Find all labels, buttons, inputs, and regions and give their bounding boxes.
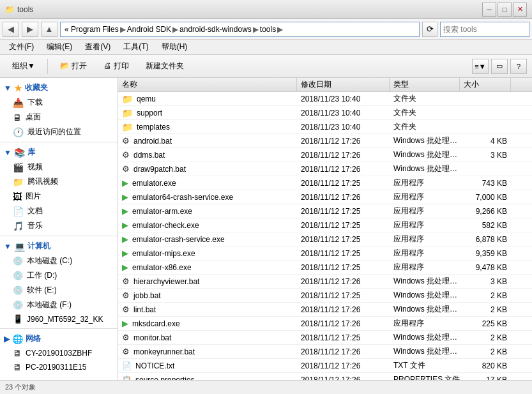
- table-row[interactable]: 📁 support 2018/11/23 10:40 文件夹: [118, 106, 532, 120]
- file-size: 9,359 KB: [460, 249, 511, 258]
- up-button[interactable]: ▲: [41, 22, 57, 37]
- menu-view[interactable]: 查看(V): [79, 40, 117, 54]
- computer-net-icon: 🖥: [13, 348, 22, 358]
- col-header-type[interactable]: 类型: [390, 78, 460, 92]
- refresh-button[interactable]: ⟳: [422, 22, 437, 37]
- sidebar-soft-e-label: 软件 (E:): [27, 285, 57, 296]
- address-path[interactable]: « Program Files ▶ Android SDK ▶ android-…: [60, 22, 420, 37]
- menu-help[interactable]: 帮助(H): [155, 40, 194, 54]
- table-row[interactable]: ⚙ jobb.bat 2018/11/12 17:25 Windows 批处理……: [118, 289, 532, 303]
- table-row[interactable]: 📄 NOTICE.txt 2018/11/12 17:26 TXT 文件 820…: [118, 359, 532, 373]
- sidebar-item-doc[interactable]: 📄 文档: [0, 204, 118, 218]
- new-folder-button[interactable]: 新建文件夹: [139, 57, 191, 75]
- view-mode-button[interactable]: ≡▼: [472, 59, 489, 74]
- table-row[interactable]: 📁 qemu 2018/11/23 10:40 文件夹: [118, 92, 532, 106]
- folder-icon: 📥: [13, 98, 24, 108]
- col-header-date[interactable]: 修改日期: [297, 78, 390, 92]
- table-row[interactable]: 📁 templates 2018/11/23 10:40 文件夹: [118, 120, 532, 134]
- sidebar-cy-label: CY-20190103ZBHF: [26, 349, 92, 358]
- col-header-name[interactable]: 名称: [118, 78, 297, 92]
- sidebar-item-download[interactable]: 📥 下载: [0, 95, 118, 110]
- table-row[interactable]: 📋 source.properties 2018/11/12 17:26 PRO…: [118, 373, 532, 380]
- file-name: emulator-crash-service.exe: [132, 235, 225, 244]
- table-row[interactable]: ▶ emulator-check.exe 2018/11/12 17:25 应用…: [118, 218, 532, 232]
- file-date: 2018/11/12 17:26: [297, 375, 390, 381]
- print-button[interactable]: 🖨 打印: [96, 57, 135, 75]
- panel-button[interactable]: ▭: [491, 59, 508, 74]
- sidebar-item-pc[interactable]: 🖥 PC-20190311E15: [0, 360, 118, 374]
- open-button[interactable]: 📂 打开: [53, 57, 94, 75]
- organize-button[interactable]: 组织▼: [5, 57, 42, 75]
- device-icon: 📱: [13, 314, 23, 324]
- sidebar-recent-label: 最近访问的位置: [27, 126, 81, 137]
- image-icon: 🖼: [13, 192, 22, 202]
- file-size: 225 KB: [460, 319, 511, 328]
- desktop-icon: 🖥: [13, 112, 22, 123]
- table-row[interactable]: ▶ mksdcard.exe 2018/11/12 17:26 应用程序 225…: [118, 317, 532, 331]
- forward-button[interactable]: ▶: [22, 22, 38, 37]
- table-row[interactable]: ⚙ lint.bat 2018/11/12 17:26 Windows 批处理……: [118, 303, 532, 317]
- search-input[interactable]: [441, 25, 532, 34]
- file-date: 2018/11/12 17:26: [297, 277, 390, 286]
- sidebar-local-f-label: 本地磁盘 (F:): [27, 299, 72, 310]
- file-type-icon: ⚙: [122, 333, 130, 342]
- sidebar-divider-2: [0, 236, 118, 236]
- file-date: 2018/11/12 17:25: [297, 263, 390, 272]
- sidebar-image-label: 图片: [26, 191, 41, 202]
- close-button[interactable]: ✕: [513, 3, 527, 17]
- file-date: 2018/11/12 17:26: [297, 347, 390, 356]
- table-row[interactable]: ▶ emulator.exe 2018/11/12 17:25 应用程序 743…: [118, 176, 532, 190]
- sidebar-item-cy[interactable]: 🖥 CY-20190103ZBHF: [0, 346, 118, 360]
- sidebar-divider-3: [0, 328, 118, 329]
- file-name: source.properties: [135, 375, 195, 381]
- file-date: 2018/11/12 17:25: [297, 221, 390, 230]
- file-type-icon: ⚙: [122, 305, 130, 314]
- sidebar-header-network[interactable]: ▶ 🌐 网络: [0, 331, 118, 346]
- sidebar-item-soft-e[interactable]: 💿 软件 (E:): [0, 283, 118, 298]
- table-row[interactable]: ▶ emulator-arm.exe 2018/11/12 17:25 应用程序…: [118, 204, 532, 218]
- table-row[interactable]: ▶ emulator-x86.exe 2018/11/12 17:25 应用程序…: [118, 261, 532, 275]
- sidebar-item-work-d[interactable]: 💿 工作 (D:): [0, 268, 118, 283]
- table-row[interactable]: ▶ emulator64-crash-service.exe 2018/11/1…: [118, 190, 532, 204]
- sidebar-item-j960[interactable]: 📱 J960_MT6592_32_KK: [0, 312, 118, 326]
- back-button[interactable]: ◀: [3, 22, 19, 37]
- path-android-sdk-windows: android-sdk-windows: [179, 25, 252, 34]
- help-button[interactable]: ?: [510, 59, 527, 74]
- search-box[interactable]: 🔍: [440, 22, 529, 37]
- sidebar-item-tencent[interactable]: 📁 腾讯视频: [0, 174, 118, 189]
- file-type-icon: 📄: [122, 361, 132, 370]
- sidebar-item-local-c[interactable]: 💿 本地磁盘 (C:): [0, 254, 118, 268]
- file-date: 2018/11/12 17:26: [297, 305, 390, 314]
- table-row[interactable]: ⚙ ddms.bat 2018/11/12 17:26 Windows 批处理……: [118, 148, 532, 162]
- file-type: 应用程序: [390, 220, 460, 231]
- main-content: ▼ ★ 收藏夹 📥 下载 🖥 桌面 🕐 最近访问的位置 ▼ 📚: [0, 78, 532, 380]
- sidebar-item-video[interactable]: 🎬 视频: [0, 160, 118, 174]
- file-type-icon: 📁: [122, 94, 133, 104]
- file-type-icon: ⚙: [122, 136, 130, 146]
- sidebar-item-desktop[interactable]: 🖥 桌面: [0, 110, 118, 125]
- sidebar-section-computer: ▼ 💻 计算机 💿 本地磁盘 (C:) 💿 工作 (D:) 💿 软件 (E:) …: [0, 239, 118, 326]
- table-row[interactable]: ⚙ draw9patch.bat 2018/11/12 17:26 Window…: [118, 162, 532, 176]
- sidebar-item-music[interactable]: 🎵 音乐: [0, 218, 118, 233]
- table-row[interactable]: ⚙ android.bat 2018/11/12 17:26 Windows 批…: [118, 134, 532, 148]
- col-header-size[interactable]: 大小: [460, 78, 511, 92]
- sidebar-item-image[interactable]: 🖼 图片: [0, 189, 118, 204]
- menu-tools[interactable]: 工具(T): [117, 40, 155, 54]
- menu-edit[interactable]: 编辑(E): [40, 40, 79, 54]
- sidebar-desktop-label: 桌面: [26, 112, 41, 123]
- sidebar-header-favorites[interactable]: ▼ ★ 收藏夹: [0, 80, 118, 95]
- table-row[interactable]: ⚙ monkeyrunner.bat 2018/11/12 17:26 Wind…: [118, 345, 532, 359]
- file-size: 2 KB: [460, 305, 511, 314]
- table-row[interactable]: ▶ emulator-crash-service.exe 2018/11/12 …: [118, 232, 532, 246]
- sidebar-header-computer[interactable]: ▼ 💻 计算机: [0, 239, 118, 254]
- menu-file[interactable]: 文件(F): [3, 40, 40, 54]
- table-row[interactable]: ▶ emulator-mips.exe 2018/11/12 17:25 应用程…: [118, 246, 532, 261]
- sidebar-item-recent[interactable]: 🕐 最近访问的位置: [0, 125, 118, 139]
- minimize-button[interactable]: ─: [482, 3, 496, 17]
- maximize-button[interactable]: □: [498, 3, 512, 17]
- drive-icon-c: 💿: [13, 256, 23, 266]
- table-row[interactable]: ⚙ monitor.bat 2018/11/12 17:25 Windows 批…: [118, 331, 532, 345]
- sidebar-header-library[interactable]: ▼ 📚 库: [0, 145, 118, 160]
- table-row[interactable]: ⚙ hierarchyviewer.bat 2018/11/12 17:26 W…: [118, 275, 532, 289]
- sidebar-item-local-f[interactable]: 💿 本地磁盘 (F:): [0, 298, 118, 312]
